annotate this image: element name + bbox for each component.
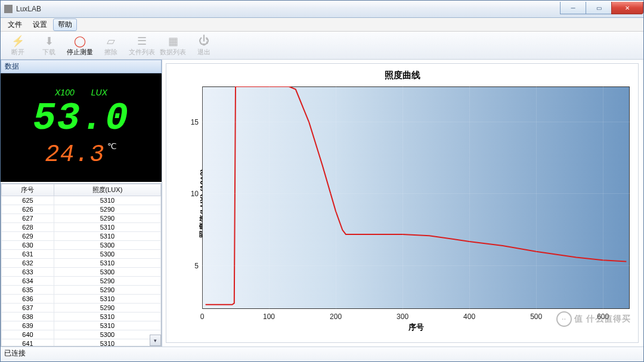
download-icon: ⬇ [42, 35, 55, 48]
table-row[interactable]: 6355290 [2, 286, 161, 295]
lcd-temp-unit: ℃ [107, 142, 117, 151]
lifebuoy-icon: ◯ [73, 35, 86, 48]
app-icon [4, 5, 13, 13]
table-row[interactable]: 6405300 [2, 330, 161, 339]
menu-help[interactable]: 帮助 [53, 18, 77, 31]
table-row[interactable]: 6295310 [2, 232, 161, 241]
stop-measure-button[interactable]: ◯停止测量 [66, 33, 94, 58]
table-row[interactable]: 6265290 [2, 205, 161, 214]
table-row[interactable]: 6335300 [2, 268, 161, 277]
disconnect-button[interactable]: ⚡断开 [4, 33, 32, 58]
download-button[interactable]: ⬇下载 [35, 33, 63, 58]
window-title: LuxLAB [16, 5, 41, 13]
exit-button[interactable]: ⏻退出 [190, 33, 218, 58]
table-row[interactable]: 6315300 [2, 250, 161, 259]
lcd-value: 53.0 [33, 100, 129, 138]
data-table: 序号 照度(LUX) 62553106265290627529062853106… [1, 184, 161, 346]
lcd-display: X100 LUX 53.0 24.3℃ [1, 73, 162, 182]
data-list-button[interactable]: ▦数据列表 [159, 33, 187, 58]
chart-plot-area: 010020030040050060051015 [202, 86, 630, 309]
table-row[interactable]: 6415310 [2, 339, 161, 347]
watermark: ·· 值 什么值得买 [556, 311, 631, 327]
data-panel: 数据 X100 LUX 53.0 24.3℃ 序号 照度(LUX) 625531… [1, 60, 162, 346]
chart-box: 照度曲线 照度值(LUX) (10^3) 0100200300400500600… [166, 63, 639, 343]
table-row[interactable]: 6255310 [2, 196, 161, 205]
table-row[interactable]: 6395310 [2, 321, 161, 330]
eraser-icon: ▱ [104, 35, 117, 48]
table-row[interactable]: 6285310 [2, 223, 161, 232]
lcd-unit: LUX [91, 88, 107, 97]
col-index[interactable]: 序号 [2, 184, 54, 196]
datalist-icon: ▦ [166, 35, 179, 48]
table-row[interactable]: 6305300 [2, 241, 161, 250]
title-bar: LuxLAB ─ ▭ ✕ [1, 1, 643, 18]
lcd-temp: 24.3 [45, 141, 104, 168]
data-table-wrap[interactable]: 序号 照度(LUX) 62553106265290627529062853106… [1, 183, 162, 346]
menu-settings[interactable]: 设置 [28, 18, 52, 31]
scroll-down-button[interactable]: ▾ [150, 335, 161, 346]
plug-icon: ⚡ [11, 35, 24, 48]
erase-button[interactable]: ▱擦除 [97, 33, 125, 58]
minimize-button[interactable]: ─ [560, 2, 586, 14]
watermark-face-icon: ·· [556, 311, 572, 327]
table-row[interactable]: 6325310 [2, 259, 161, 268]
lcd-scale: X100 [55, 88, 75, 97]
table-row[interactable]: 6385310 [2, 313, 161, 321]
maximize-button[interactable]: ▭ [586, 2, 611, 14]
filelist-icon: ☰ [135, 35, 148, 48]
table-row[interactable]: 6275290 [2, 214, 161, 223]
file-list-button[interactable]: ☰文件列表 [128, 33, 156, 58]
table-row[interactable]: 6345290 [2, 277, 161, 286]
status-bar: 已连接 [1, 346, 643, 361]
toolbar: ⚡断开 ⬇下载 ◯停止测量 ▱擦除 ☰文件列表 ▦数据列表 ⏻退出 [1, 32, 643, 60]
panel-header: 数据 [1, 60, 162, 73]
menu-file[interactable]: 文件 [3, 18, 27, 31]
table-row[interactable]: 6365310 [2, 295, 161, 304]
table-row[interactable]: 6375290 [2, 304, 161, 313]
close-button[interactable]: ✕ [611, 2, 643, 14]
exit-icon: ⏻ [197, 35, 210, 48]
menu-bar: 文件 设置 帮助 [1, 18, 643, 32]
col-lux[interactable]: 照度(LUX) [54, 184, 160, 196]
chart-title: 照度曲线 [166, 64, 638, 81]
